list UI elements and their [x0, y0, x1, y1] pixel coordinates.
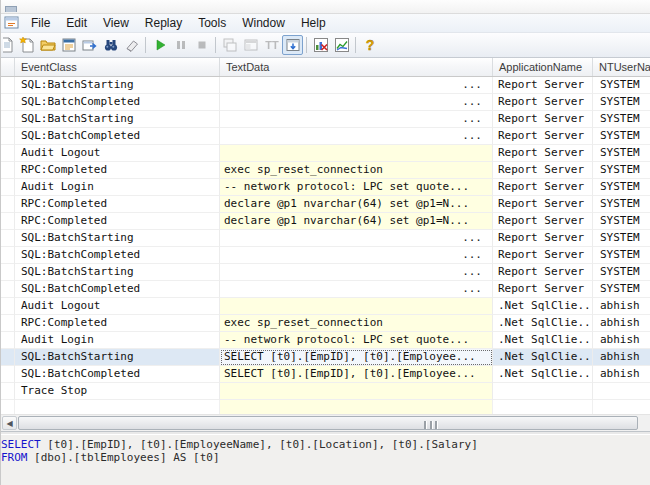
trace-row[interactable]: SQL:BatchStartingSELECT [t0].[EmpID], [t…	[1, 349, 650, 366]
trace-row[interactable]: SQL:BatchStarting...Report ServerSYSTEM	[1, 111, 650, 128]
trace-row[interactable]: SQL:BatchCompleted...Report ServerSYSTEM	[1, 281, 650, 298]
cell-textdata: exec sp_reset_connection	[220, 315, 493, 332]
window-layout-button[interactable]	[240, 35, 261, 55]
auto-scroll-icon	[285, 37, 301, 53]
trace-row[interactable]: SQL:BatchCompleted...Report ServerSYSTEM	[1, 94, 650, 111]
cell-ntusername: abhish	[593, 298, 650, 315]
cell-eventclass: Audit Login	[15, 179, 220, 196]
cell-eventclass: Audit Login	[15, 332, 220, 349]
svg-text:TT: TT	[265, 39, 279, 51]
trace-row[interactable]: SQL:BatchStarting...Report ServerSYSTEM	[1, 230, 650, 247]
font-button[interactable]: TT	[261, 35, 282, 55]
cell-eventclass: SQL:BatchCompleted	[15, 128, 220, 145]
trace-row[interactable]: Audit LogoutReport ServerSYSTEM	[1, 145, 650, 162]
svg-text:?: ?	[365, 37, 374, 53]
chart-error-button[interactable]	[310, 35, 331, 55]
trace-template-icon	[61, 37, 77, 53]
row-selector	[1, 383, 15, 400]
trace-row[interactable]: SQL:BatchCompletedSELECT [t0].[EmpID], […	[1, 366, 650, 383]
trace-row[interactable]: Trace Stop	[1, 383, 650, 400]
cell-eventclass: Audit Logout	[15, 145, 220, 162]
eraser-button[interactable]	[121, 35, 142, 55]
horizontal-scrollbar[interactable]: ◀	[1, 414, 650, 431]
scroll-left-arrow-icon[interactable]: ◀	[2, 416, 17, 430]
trace-grid: EventClassTextDataApplicationNameNTUserN…	[1, 58, 650, 431]
pause-button[interactable]	[170, 35, 191, 55]
menu-item-replay[interactable]: Replay	[137, 15, 190, 32]
new-trace-button[interactable]	[16, 35, 37, 55]
menu-item-file[interactable]: File	[23, 15, 58, 32]
trace-row[interactable]: SQL:BatchStarting...Report ServerSYSTEM	[1, 77, 650, 94]
cell-applicationname: Report Server	[493, 213, 593, 230]
cell-applicationname: Report Server	[493, 179, 593, 196]
grid-body: SQL:BatchStarting...Report ServerSYSTEMS…	[1, 77, 650, 400]
open-folder-button[interactable]	[37, 35, 58, 55]
cell-textdata: ...	[220, 230, 493, 247]
help-button[interactable]: ?	[359, 35, 380, 55]
play-icon	[152, 37, 168, 53]
trace-window-icon[interactable]	[3, 16, 21, 31]
row-selector	[1, 264, 15, 281]
cell-ntusername: abhish	[593, 315, 650, 332]
row-selector	[1, 230, 15, 247]
menu-item-window[interactable]: Window	[234, 15, 293, 32]
column-header-textdata[interactable]: TextData	[220, 58, 493, 76]
row-selector	[1, 349, 15, 366]
cell-textdata	[220, 145, 493, 162]
cell-ntusername: SYSTEM	[593, 213, 650, 230]
stop-icon	[194, 37, 210, 53]
play-button[interactable]	[149, 35, 170, 55]
trace-row[interactable]: RPC:Completedexec sp_reset_connection.Ne…	[1, 315, 650, 332]
trace-row[interactable]: Audit Login-- network protocol: LPC set …	[1, 179, 650, 196]
column-header-applicationname[interactable]: ApplicationName	[493, 58, 593, 76]
menu-item-help[interactable]: Help	[293, 15, 334, 32]
scrollbar-thumb[interactable]	[18, 416, 638, 430]
find-button[interactable]	[100, 35, 121, 55]
trace-row[interactable]: SQL:BatchCompleted...Report ServerSYSTEM	[1, 247, 650, 264]
chart-button[interactable]	[331, 35, 352, 55]
row-selector	[1, 128, 15, 145]
sql-detail-pane[interactable]: SELECT [t0].[EmpID], [t0].[EmployeeName]…	[1, 434, 650, 485]
cell-ntusername: SYSTEM	[593, 162, 650, 179]
row-selector	[1, 196, 15, 213]
trace-row[interactable]: RPC:Completeddeclare @p1 nvarchar(64) se…	[1, 213, 650, 230]
cascade-windows-icon	[222, 37, 238, 53]
menu-item-tools[interactable]: Tools	[190, 15, 234, 32]
toolbar-separator	[215, 37, 216, 53]
cell-eventclass: SQL:BatchStarting	[15, 349, 220, 366]
cell-eventclass: SQL:BatchCompleted	[15, 281, 220, 298]
trace-row[interactable]: Audit Logout.Net SqlClie...abhish	[1, 298, 650, 315]
trace-row[interactable]: SQL:BatchStarting...Report ServerSYSTEM	[1, 264, 650, 281]
eraser-icon	[124, 37, 140, 53]
column-header-ntusername[interactable]: NTUserName	[593, 58, 650, 76]
titlebar-cut	[1, 0, 650, 14]
row-selector	[1, 247, 15, 264]
cell-textdata: -- network protocol: LPC set quote...	[220, 179, 493, 196]
cell-textdata: ...	[220, 264, 493, 281]
trace-row[interactable]: RPC:Completeddeclare @p1 nvarchar(64) se…	[1, 196, 650, 213]
row-selector	[1, 281, 15, 298]
cell-ntusername: SYSTEM	[593, 196, 650, 213]
menu-item-edit[interactable]: Edit	[58, 15, 95, 32]
grid-filler	[1, 400, 650, 414]
cell-applicationname: Report Server	[493, 162, 593, 179]
auto-scroll-button[interactable]	[282, 35, 303, 55]
trace-row[interactable]: RPC:Completedexec sp_reset_connectionRep…	[1, 162, 650, 179]
cell-textdata: declare @p1 nvarchar(64) set @p1=N...	[220, 196, 493, 213]
toolbar-separator	[306, 37, 307, 53]
column-header-eventclass[interactable]: EventClass	[15, 58, 220, 76]
toolbar-separator	[145, 37, 146, 53]
menu-item-view[interactable]: View	[95, 15, 137, 32]
trace-template-button[interactable]	[58, 35, 79, 55]
cascade-windows-button[interactable]	[219, 35, 240, 55]
document-button[interactable]	[2, 35, 16, 55]
trace-row[interactable]: SQL:BatchCompleted...Report ServerSYSTEM	[1, 128, 650, 145]
sql-token-keyword: FROM	[1, 451, 28, 464]
cell-eventclass: RPC:Completed	[15, 162, 220, 179]
row-selector	[1, 162, 15, 179]
window-arrow-button[interactable]	[79, 35, 100, 55]
cell-ntusername: SYSTEM	[593, 264, 650, 281]
trace-row[interactable]: Audit Login-- network protocol: LPC set …	[1, 332, 650, 349]
cell-eventclass: SQL:BatchCompleted	[15, 247, 220, 264]
stop-button[interactable]	[191, 35, 212, 55]
